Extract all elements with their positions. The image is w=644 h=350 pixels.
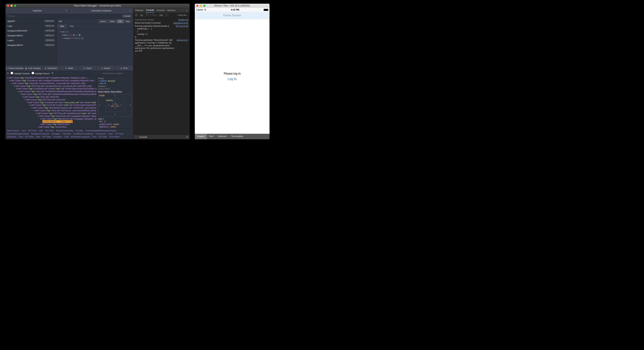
- lock-button[interactable]: Lock changes: [24, 65, 42, 71]
- elements-tree[interactable]: ▾<attr">class="tag">CardStackTransitione…: [6, 76, 96, 128]
- chevron-down-icon: [146, 14, 148, 16]
- diff-segments: Action State Diff Test: [98, 19, 132, 24]
- action-row[interactable]: Navigation/BACK+00:01.17: [6, 33, 57, 38]
- highlight-search-toggle[interactable]: Highlight Search: [32, 72, 50, 75]
- tab-network[interactable]: Network: [135, 8, 144, 13]
- action-row[interactable]: Navigation/NAVIGATE+00:01.88: [6, 28, 57, 33]
- diff-title: Diff: [59, 20, 98, 23]
- chevron-down-icon: [66, 10, 67, 12]
- label: Dispatcher: [48, 67, 57, 69]
- label: Pause recording: [9, 67, 24, 69]
- debugger-window: React Native Debugger - Connected (port …: [6, 4, 190, 139]
- value: { 1: {…} }: [75, 37, 83, 39]
- tab-perf[interactable]: Perf: [207, 134, 216, 139]
- export-button[interactable]: Export: [97, 65, 115, 71]
- pause-button[interactable]: Pause recording: [6, 65, 24, 71]
- minimize-icon[interactable]: [200, 5, 202, 7]
- commit-button[interactable]: Commit: [122, 15, 132, 18]
- tree-node[interactable]: routes (pin): { 1: {…} }: [62, 37, 132, 40]
- seg-diff[interactable]: Diff: [117, 19, 124, 24]
- label: Import: [86, 67, 92, 69]
- clear-icon[interactable]: [135, 14, 138, 17]
- offset: (0, 64): [111, 103, 119, 105]
- action-name: @@INIT: [7, 20, 15, 22]
- prop-row[interactable]: style: 6: [98, 82, 132, 84]
- close-icon[interactable]: [186, 8, 188, 13]
- highlight-updates-toggle[interactable]: Highlight Updates: [11, 72, 30, 75]
- seg-action[interactable]: Action: [98, 19, 108, 24]
- tab-touchables[interactable]: Touchables: [229, 134, 246, 139]
- label: Export: [104, 67, 110, 69]
- value: Array[2]: [108, 80, 115, 82]
- props-header: Props: [98, 77, 132, 79]
- zoom-icon[interactable]: [203, 5, 206, 7]
- zoom-icon[interactable]: [14, 5, 16, 7]
- filter-input[interactable]: [6, 15, 122, 17]
- inspector-dropdown[interactable]: Inspector: [6, 8, 70, 14]
- gear-icon[interactable]: [7, 72, 9, 74]
- debugger-titlebar[interactable]: React Native Debugger - Connected (port …: [6, 4, 190, 8]
- timestamp: +00:01.17: [44, 34, 55, 37]
- context-value: Empty object: [98, 88, 132, 90]
- minimize-icon[interactable]: [10, 5, 13, 7]
- page-title: Home Screen: [223, 14, 241, 17]
- tab-inspect[interactable]: Inspect: [195, 134, 207, 139]
- padding-bottom: 0: [108, 107, 122, 109]
- drawer-label[interactable]: Console: [139, 136, 147, 138]
- caret-icon: [98, 80, 99, 82]
- console-toolbar: top | Filter Info 1 item hid…: [134, 13, 190, 17]
- wifi-icon: [204, 9, 206, 11]
- traffic-lights: [7, 5, 16, 7]
- action-name: Navigation/BACK: [7, 35, 23, 37]
- margin-bottom: 0: [99, 114, 131, 116]
- nav-header: Home Screen: [195, 12, 270, 19]
- action-row[interactable]: Navigation/BACK+00:01.01: [6, 43, 57, 48]
- import-button[interactable]: Import: [78, 65, 97, 71]
- kebab-icon[interactable]: [135, 136, 137, 138]
- subtab-tree[interactable]: Tree: [57, 24, 67, 29]
- tab-network[interactable]: Network: [216, 134, 229, 139]
- breadcrumb[interactable]: AppContainerViewRCTViewViewRCTViewReduxE…: [6, 128, 133, 139]
- context-header: Context: [98, 85, 132, 87]
- label: Highlight Updates: [14, 72, 30, 75]
- print-button[interactable]: Print: [115, 65, 133, 71]
- carrier-label: Carrier: [196, 9, 203, 11]
- tab-console[interactable]: Console: [146, 8, 154, 13]
- subtab-raw[interactable]: Raw: [67, 24, 77, 29]
- level-select[interactable]: Info: [158, 14, 169, 17]
- tree-node[interactable]: index (pin): 1 => 0: [62, 34, 132, 37]
- devtools-drawer: Console: [134, 135, 190, 139]
- action-row[interactable]: Login+00:47.11: [6, 24, 57, 28]
- close-icon[interactable]: [196, 5, 198, 7]
- label: Slider: [68, 67, 73, 69]
- arrow-icon: =>: [76, 34, 78, 36]
- margin-right: 0: [130, 104, 131, 106]
- context-select[interactable]: top: [139, 14, 149, 17]
- style-editor-header: React Native Style Editor: [98, 91, 132, 93]
- print-icon: [120, 67, 122, 69]
- close-icon[interactable]: [7, 5, 9, 7]
- redux-main: @@INIT4:38:19.81 Login+00:47.11 Navigati…: [6, 19, 133, 65]
- tab-sources[interactable]: Sources: [157, 8, 165, 13]
- search-input[interactable]: [102, 72, 132, 74]
- seg-test[interactable]: Test: [124, 19, 132, 24]
- tree-node[interactable]: nav (pin): [60, 30, 132, 34]
- tab-memory[interactable]: Memory: [167, 8, 175, 13]
- margin-label: margin: [99, 95, 105, 97]
- dispatcher-button[interactable]: Dispatcher: [42, 65, 60, 71]
- pin-label: (pin): [65, 31, 69, 33]
- instance-dropdown[interactable]: Autoselect instances: [70, 8, 133, 14]
- action-row[interactable]: Logout+00:00.96: [6, 38, 57, 43]
- login-link[interactable]: Log In: [228, 77, 236, 81]
- action-row[interactable]: @@INIT4:38:19.81: [6, 19, 57, 24]
- filter-input[interactable]: Filter: [152, 14, 157, 16]
- simulator-titlebar[interactable]: iPhone 7 Plus – iOS 10.3 (14E8301): [195, 4, 270, 8]
- seg-state[interactable]: State: [108, 19, 117, 24]
- pin-label: (pin): [68, 34, 72, 36]
- console-output[interactable]: Console was clearedbundle.js:9[React Dev…: [134, 17, 190, 135]
- slider-button[interactable]: Slider: [60, 65, 78, 71]
- prop-row[interactable]: children: Array[2]: [98, 80, 132, 82]
- kebab-icon[interactable]: [182, 8, 184, 13]
- debugger-body: Inspector Autoselect instances Commit @@…: [6, 8, 190, 139]
- close-icon[interactable]: [186, 136, 188, 138]
